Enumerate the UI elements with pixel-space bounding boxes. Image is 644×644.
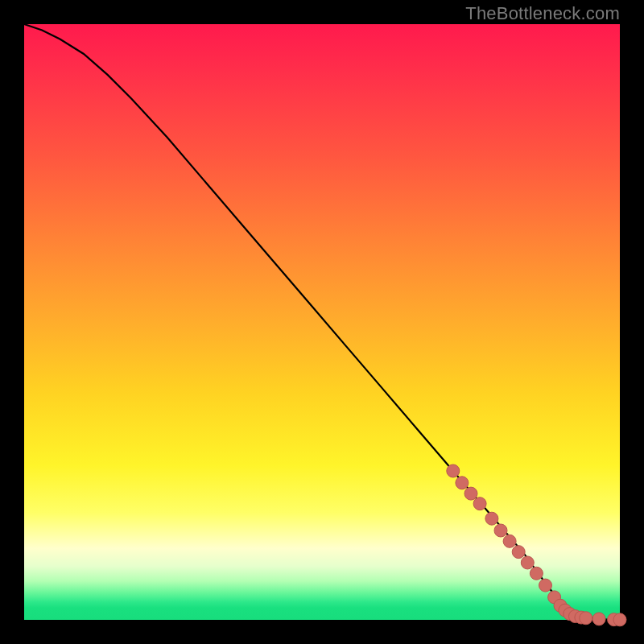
curve-markers	[447, 464, 626, 626]
data-point-marker	[530, 567, 543, 580]
data-point-marker	[456, 477, 469, 489]
data-point-marker	[512, 546, 525, 559]
data-point-marker	[473, 497, 486, 510]
data-point-marker	[580, 612, 592, 625]
watermark-text: TheBottleneck.com	[465, 3, 620, 24]
data-point-marker	[494, 524, 507, 537]
chart-frame: TheBottleneck.com	[0, 0, 644, 644]
data-point-marker	[503, 535, 516, 547]
data-point-marker	[521, 556, 534, 569]
data-point-marker	[447, 464, 460, 477]
data-point-marker	[613, 613, 626, 626]
data-point-marker	[485, 512, 498, 525]
data-point-marker	[592, 613, 605, 625]
bottleneck-curve	[24, 24, 620, 620]
chart-overlay	[24, 24, 620, 620]
data-point-marker	[464, 487, 477, 500]
plot-area	[24, 24, 620, 620]
data-point-marker	[539, 579, 552, 592]
